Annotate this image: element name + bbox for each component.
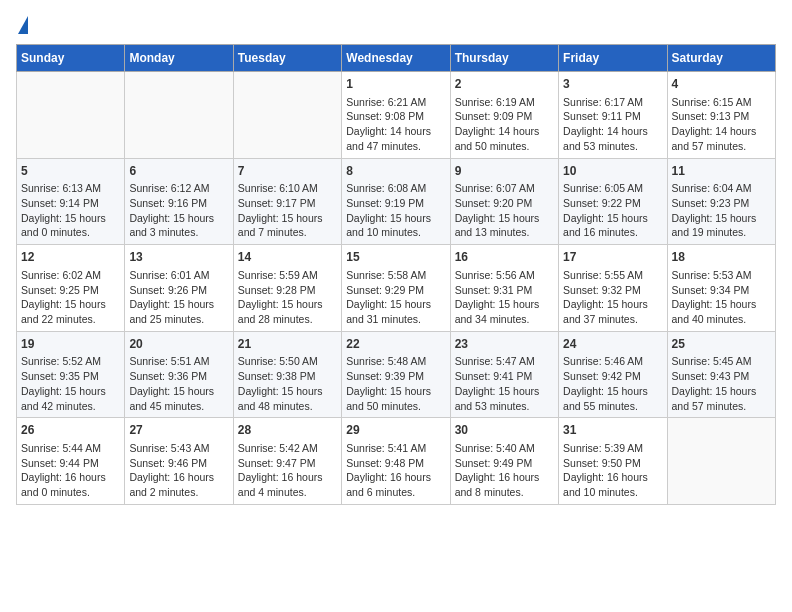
- daylight-text: Daylight: 15 hours: [563, 298, 648, 310]
- calendar-cell: 10Sunrise: 6:05 AMSunset: 9:22 PMDayligh…: [559, 158, 667, 245]
- day-number: 19: [21, 336, 120, 353]
- daylight-minutes-text: and 50 minutes.: [455, 140, 530, 152]
- daylight-text: Daylight: 16 hours: [238, 471, 323, 483]
- daylight-text: Daylight: 15 hours: [672, 298, 757, 310]
- daylight-minutes-text: and 3 minutes.: [129, 226, 198, 238]
- daylight-text: Daylight: 16 hours: [21, 471, 106, 483]
- daylight-text: Daylight: 15 hours: [455, 212, 540, 224]
- calendar-cell: 11Sunrise: 6:04 AMSunset: 9:23 PMDayligh…: [667, 158, 775, 245]
- daylight-text: Daylight: 15 hours: [21, 298, 106, 310]
- calendar-cell: 29Sunrise: 5:41 AMSunset: 9:48 PMDayligh…: [342, 418, 450, 505]
- calendar-week-row: 26Sunrise: 5:44 AMSunset: 9:44 PMDayligh…: [17, 418, 776, 505]
- daylight-text: Daylight: 15 hours: [129, 385, 214, 397]
- day-number: 2: [455, 76, 554, 93]
- calendar-cell: 24Sunrise: 5:46 AMSunset: 9:42 PMDayligh…: [559, 331, 667, 418]
- sunset-text: Sunset: 9:49 PM: [455, 457, 533, 469]
- sunset-text: Sunset: 9:09 PM: [455, 110, 533, 122]
- day-number: 30: [455, 422, 554, 439]
- sunset-text: Sunset: 9:32 PM: [563, 284, 641, 296]
- calendar-cell: 19Sunrise: 5:52 AMSunset: 9:35 PMDayligh…: [17, 331, 125, 418]
- daylight-minutes-text: and 0 minutes.: [21, 486, 90, 498]
- daylight-minutes-text: and 34 minutes.: [455, 313, 530, 325]
- calendar-cell: 15Sunrise: 5:58 AMSunset: 9:29 PMDayligh…: [342, 245, 450, 332]
- calendar-cell: [233, 72, 341, 159]
- daylight-text: Daylight: 15 hours: [238, 298, 323, 310]
- daylight-minutes-text: and 2 minutes.: [129, 486, 198, 498]
- sunset-text: Sunset: 9:39 PM: [346, 370, 424, 382]
- calendar-cell: [667, 418, 775, 505]
- sunset-text: Sunset: 9:16 PM: [129, 197, 207, 209]
- daylight-text: Daylight: 14 hours: [346, 125, 431, 137]
- calendar-cell: 6Sunrise: 6:12 AMSunset: 9:16 PMDaylight…: [125, 158, 233, 245]
- day-number: 3: [563, 76, 662, 93]
- calendar-cell: 26Sunrise: 5:44 AMSunset: 9:44 PMDayligh…: [17, 418, 125, 505]
- sunrise-text: Sunrise: 6:21 AM: [346, 96, 426, 108]
- day-number: 28: [238, 422, 337, 439]
- logo: [16, 16, 28, 36]
- calendar-cell: 9Sunrise: 6:07 AMSunset: 9:20 PMDaylight…: [450, 158, 558, 245]
- daylight-minutes-text: and 0 minutes.: [21, 226, 90, 238]
- sunset-text: Sunset: 9:29 PM: [346, 284, 424, 296]
- calendar-cell: 12Sunrise: 6:02 AMSunset: 9:25 PMDayligh…: [17, 245, 125, 332]
- daylight-text: Daylight: 15 hours: [238, 385, 323, 397]
- daylight-text: Daylight: 15 hours: [129, 298, 214, 310]
- daylight-minutes-text: and 16 minutes.: [563, 226, 638, 238]
- daylight-minutes-text: and 57 minutes.: [672, 400, 747, 412]
- sunrise-text: Sunrise: 5:39 AM: [563, 442, 643, 454]
- day-number: 4: [672, 76, 771, 93]
- daylight-text: Daylight: 15 hours: [21, 212, 106, 224]
- sunset-text: Sunset: 9:13 PM: [672, 110, 750, 122]
- sunset-text: Sunset: 9:20 PM: [455, 197, 533, 209]
- sunrise-text: Sunrise: 6:02 AM: [21, 269, 101, 281]
- sunset-text: Sunset: 9:36 PM: [129, 370, 207, 382]
- sunset-text: Sunset: 9:46 PM: [129, 457, 207, 469]
- calendar-cell: 27Sunrise: 5:43 AMSunset: 9:46 PMDayligh…: [125, 418, 233, 505]
- sunrise-text: Sunrise: 5:43 AM: [129, 442, 209, 454]
- page-header: [16, 16, 776, 36]
- calendar-table: SundayMondayTuesdayWednesdayThursdayFrid…: [16, 44, 776, 505]
- sunrise-text: Sunrise: 5:50 AM: [238, 355, 318, 367]
- daylight-minutes-text: and 22 minutes.: [21, 313, 96, 325]
- daylight-text: Daylight: 15 hours: [455, 385, 540, 397]
- calendar-cell: 31Sunrise: 5:39 AMSunset: 9:50 PMDayligh…: [559, 418, 667, 505]
- daylight-text: Daylight: 16 hours: [563, 471, 648, 483]
- sunset-text: Sunset: 9:31 PM: [455, 284, 533, 296]
- sunrise-text: Sunrise: 5:59 AM: [238, 269, 318, 281]
- calendar-cell: 4Sunrise: 6:15 AMSunset: 9:13 PMDaylight…: [667, 72, 775, 159]
- calendar-cell: 3Sunrise: 6:17 AMSunset: 9:11 PMDaylight…: [559, 72, 667, 159]
- day-number: 12: [21, 249, 120, 266]
- weekday-header-tuesday: Tuesday: [233, 45, 341, 72]
- sunrise-text: Sunrise: 6:05 AM: [563, 182, 643, 194]
- calendar-week-row: 19Sunrise: 5:52 AMSunset: 9:35 PMDayligh…: [17, 331, 776, 418]
- sunset-text: Sunset: 9:26 PM: [129, 284, 207, 296]
- daylight-text: Daylight: 15 hours: [346, 385, 431, 397]
- day-number: 11: [672, 163, 771, 180]
- day-number: 9: [455, 163, 554, 180]
- sunset-text: Sunset: 9:43 PM: [672, 370, 750, 382]
- day-number: 5: [21, 163, 120, 180]
- calendar-cell: 8Sunrise: 6:08 AMSunset: 9:19 PMDaylight…: [342, 158, 450, 245]
- sunset-text: Sunset: 9:42 PM: [563, 370, 641, 382]
- calendar-cell: 18Sunrise: 5:53 AMSunset: 9:34 PMDayligh…: [667, 245, 775, 332]
- daylight-text: Daylight: 15 hours: [21, 385, 106, 397]
- day-number: 7: [238, 163, 337, 180]
- daylight-text: Daylight: 16 hours: [346, 471, 431, 483]
- day-number: 20: [129, 336, 228, 353]
- day-number: 18: [672, 249, 771, 266]
- sunset-text: Sunset: 9:17 PM: [238, 197, 316, 209]
- sunset-text: Sunset: 9:28 PM: [238, 284, 316, 296]
- day-number: 26: [21, 422, 120, 439]
- day-number: 22: [346, 336, 445, 353]
- daylight-text: Daylight: 15 hours: [455, 298, 540, 310]
- daylight-text: Daylight: 15 hours: [129, 212, 214, 224]
- daylight-text: Daylight: 14 hours: [672, 125, 757, 137]
- day-number: 15: [346, 249, 445, 266]
- sunrise-text: Sunrise: 6:10 AM: [238, 182, 318, 194]
- calendar-cell: [125, 72, 233, 159]
- weekday-header-friday: Friday: [559, 45, 667, 72]
- calendar-cell: 20Sunrise: 5:51 AMSunset: 9:36 PMDayligh…: [125, 331, 233, 418]
- day-number: 27: [129, 422, 228, 439]
- logo-triangle-icon: [18, 16, 28, 34]
- daylight-minutes-text: and 10 minutes.: [563, 486, 638, 498]
- daylight-minutes-text: and 57 minutes.: [672, 140, 747, 152]
